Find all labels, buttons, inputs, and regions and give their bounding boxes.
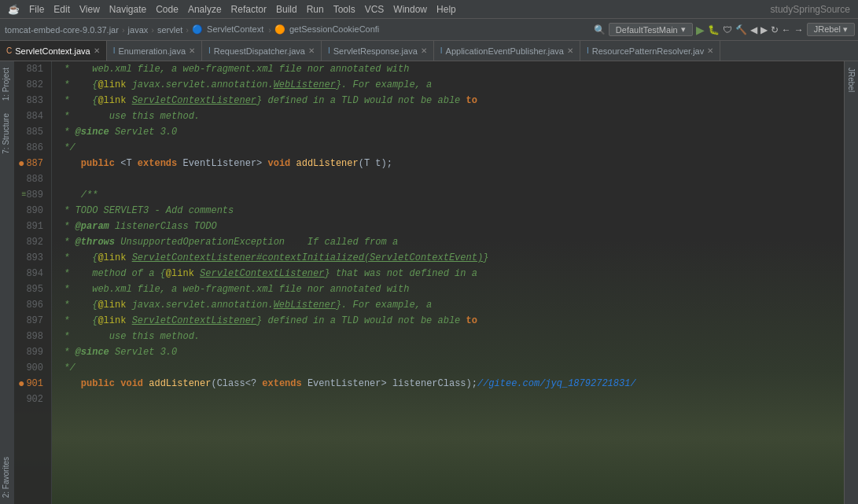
code-line-889: /** [52, 187, 844, 203]
chevron-down-icon: ▾ [681, 24, 686, 35]
run-button[interactable]: ▶ [696, 24, 705, 36]
gutter-line-891: 891 [14, 219, 46, 234]
tab-close-5[interactable]: ✕ [707, 46, 713, 55]
editor-layout: 1: Project 7: Structure 2: Favorites 881… [0, 61, 858, 504]
tab-bar: C ServletContext.java ✕ I Enumeration.ja… [0, 41, 858, 61]
code-line-894: * method of a {@link ServletContextListe… [52, 266, 844, 281]
menu-edit[interactable]: Edit [49, 4, 75, 15]
breadcrumb: tomcat-embed-core-9.0.37.jar › javax › s… [3, 24, 591, 35]
code-line-888 [52, 171, 844, 187]
tab-close-2[interactable]: ✕ [308, 46, 315, 55]
run-coverage-button[interactable]: 🛡 [723, 24, 732, 35]
tab-servletcontext[interactable]: C ServletContext.java ✕ [0, 41, 107, 61]
tab-applicationeventpublisher[interactable]: I ApplicationEventPublisher.java ✕ [434, 41, 580, 61]
code-line-900: */ [52, 360, 844, 376]
back-button[interactable]: ◀ [750, 24, 757, 35]
breadcrumb-method[interactable]: 🟠 getSessionCookieConfi [273, 24, 382, 35]
nav-forward-icon[interactable]: → [794, 24, 804, 35]
code-line-896: * {@link javax.servlet.annotation.WebLis… [52, 297, 844, 313]
breadcrumb-jar[interactable]: tomcat-embed-core-9.0.37.jar [3, 25, 120, 35]
gutter-line-899: 899 [14, 344, 46, 360]
code-line-890: * TODO SERVLET3 - Add comments [52, 203, 844, 219]
build-button[interactable]: 🔨 [735, 24, 747, 35]
tab-label-3: ServletResponse.java [333, 46, 418, 56]
tab-close-3[interactable]: ✕ [421, 46, 427, 55]
panel-project[interactable]: 1: Project [0, 61, 14, 107]
menu-vcs[interactable]: VCS [360, 4, 389, 15]
update-button[interactable]: ↻ [771, 24, 779, 35]
tab-label-2: RequestDispatcher.java [214, 46, 305, 56]
menu-code[interactable]: Code [151, 4, 183, 15]
tab-icon-2: I [208, 46, 211, 55]
nav-back-icon[interactable]: ← [782, 24, 791, 35]
tab-icon-3: I [328, 46, 330, 55]
line-number-gutter: 881 882 883 884 885 886 ●887 888 ≡889 89… [14, 61, 52, 504]
gutter-line-901: ●901 [14, 376, 46, 392]
gutter-line-898: 898 [14, 329, 46, 344]
breadcrumb-servlet[interactable]: servlet [156, 25, 184, 35]
tab-label-5: ResourcePatternResolver.jav [592, 46, 704, 56]
menu-navigate[interactable]: Navigate [105, 4, 151, 15]
search-icon[interactable]: 🔍 [594, 24, 606, 35]
app-title: studySpringSource [766, 4, 855, 15]
gutter-line-890: 890 [14, 203, 46, 219]
menu-view[interactable]: View [75, 4, 105, 15]
tab-enumeration[interactable]: I Enumeration.java ✕ [107, 41, 202, 61]
menu-window[interactable]: Window [388, 4, 432, 15]
tab-label-1: Enumeration.java [118, 46, 186, 56]
gutter-line-895: 895 [14, 281, 46, 297]
menu-build[interactable]: Build [271, 4, 302, 15]
code-line-897: * {@link ServletContextListener} defined… [52, 313, 844, 329]
tab-icon-5: I [587, 46, 589, 55]
jrebel-button[interactable]: JRebel ▾ [807, 23, 855, 36]
run-config-label: DefaultTestMain [616, 25, 678, 35]
forward-button[interactable]: ▶ [760, 24, 768, 35]
menu-help[interactable]: Help [432, 4, 461, 15]
right-side-panel: JRebel [844, 61, 858, 504]
code-line-892: * @throws UnsupportedOperationException … [52, 234, 844, 250]
gutter-line-887: ●887 [14, 156, 46, 171]
tab-icon-0: C [6, 46, 12, 55]
tab-requestdispatcher[interactable]: I RequestDispatcher.java ✕ [202, 41, 322, 61]
menu-run[interactable]: Run [302, 4, 329, 15]
tab-servletresponse[interactable]: I ServletResponse.java ✕ [322, 41, 434, 61]
toolbar: tomcat-embed-core-9.0.37.jar › javax › s… [0, 19, 858, 41]
tab-icon-4: I [440, 46, 443, 55]
code-line-893: * {@link ServletContextListener#contextI… [52, 250, 844, 266]
code-line-902 [52, 392, 844, 407]
menu-file[interactable]: File [24, 4, 49, 15]
debug-button[interactable]: 🐛 [708, 24, 720, 35]
jrebel-label: JRebel ▾ [814, 24, 848, 35]
breadcrumb-javax[interactable]: javax [127, 25, 150, 35]
menu-refactor[interactable]: Refactor [226, 4, 271, 15]
tab-close-1[interactable]: ✕ [189, 46, 195, 55]
tab-label-0: ServletContext.java [15, 46, 90, 56]
sep1: › [120, 25, 127, 35]
code-line-882: * {@link javax.servlet.annotation.WebLis… [52, 77, 844, 93]
tab-label-4: ApplicationEventPublisher.java [446, 46, 564, 56]
run-config-button[interactable]: DefaultTestMain ▾ [609, 23, 693, 36]
gutter-line-882: 882 [14, 77, 46, 93]
tab-icon-1: I [113, 46, 116, 55]
code-line-898: * use this method. [52, 329, 844, 344]
tab-close-0[interactable]: ✕ [94, 46, 100, 55]
sep4: › [267, 25, 273, 35]
code-line-886: */ [52, 140, 844, 156]
gutter-line-883: 883 [14, 93, 46, 109]
gutter-line-896: 896 [14, 297, 46, 313]
menu-bar: ☕ File Edit View Navigate Code Analyze R… [0, 0, 858, 19]
panel-jrebel-right[interactable]: JRebel [845, 61, 857, 98]
gutter-line-881: 881 [14, 61, 46, 77]
code-area[interactable]: * web.xml file, a web-fragment.xml file … [52, 61, 844, 504]
panel-favorites[interactable]: 2: Favorites [0, 451, 14, 504]
tab-close-4[interactable]: ✕ [567, 46, 573, 55]
code-line-887: public <T extends EventListener> void ad… [52, 156, 844, 171]
gutter-line-902: 902 [14, 392, 46, 407]
panel-structure[interactable]: 7: Structure [0, 107, 14, 160]
tab-resourcepatternresolver[interactable]: I ResourcePatternResolver.jav ✕ [580, 41, 720, 61]
gutter-line-884: 884 [14, 109, 46, 124]
menu-analyze[interactable]: Analyze [183, 4, 226, 15]
menu-tools[interactable]: Tools [329, 4, 360, 15]
left-side-panels: 1: Project 7: Structure 2: Favorites [0, 61, 14, 504]
breadcrumb-class[interactable]: 🔵 ServletContext [190, 24, 267, 35]
